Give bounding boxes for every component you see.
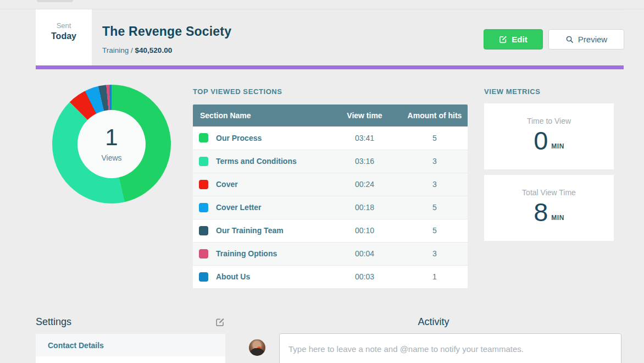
section-hits: 1 — [402, 265, 468, 288]
settings-item-contact-details[interactable]: Contact Details — [36, 334, 225, 356]
accent-divider — [36, 65, 624, 69]
document-header: Sent Today The Revenge Society Training … — [36, 9, 624, 65]
section-hits: 3 — [402, 173, 468, 196]
status-label: Sent — [36, 21, 92, 30]
section-color-swatch — [199, 203, 208, 212]
views-count: 1 — [105, 126, 118, 149]
preview-button-label: Preview — [578, 35, 607, 44]
section-view-time: 03:41 — [327, 127, 402, 150]
user-avatar — [249, 339, 265, 356]
settings-heading: Settings — [36, 316, 71, 328]
section-name[interactable]: Training Options — [216, 249, 277, 258]
section-view-time: 00:10 — [327, 219, 402, 242]
section-view-time: 00:18 — [327, 196, 402, 219]
document-subtitle: Training / $40,520.00 — [102, 46, 172, 54]
table-row[interactable]: Our Process03:415 — [193, 127, 468, 150]
magnifier-icon — [565, 35, 574, 43]
metric-label: Time to View — [484, 117, 614, 125]
section-color-swatch — [199, 249, 208, 258]
page-title: The Revenge Society — [102, 24, 231, 39]
subtitle-separator: / — [131, 46, 133, 54]
metric-value: 8 — [534, 198, 548, 227]
table-row[interactable]: Cover Letter00:185 — [193, 196, 468, 219]
section-name[interactable]: About Us — [216, 272, 250, 281]
settings-edit-icon[interactable] — [215, 317, 225, 327]
status-value: Today — [36, 31, 92, 41]
section-name[interactable]: Cover Letter — [216, 203, 261, 212]
activity-heading: Activity — [243, 316, 624, 328]
view-metrics-heading: VIEW METRICS — [484, 87, 541, 96]
metric-label: Total View Time — [484, 188, 614, 197]
column-amount-of-hits: Amount of hits — [402, 105, 468, 127]
section-hits: 5 — [402, 127, 468, 150]
edit-button-label: Edit — [512, 35, 527, 44]
note-input[interactable] — [279, 333, 621, 363]
metric-unit: MIN — [551, 142, 564, 155]
views-donut-chart: 1 Views — [52, 85, 171, 204]
document-category: Training — [102, 46, 129, 54]
section-hits: 5 — [402, 196, 468, 219]
table-row[interactable]: Terms and Conditions03:163 — [193, 150, 468, 173]
status-badge: Sent Today — [36, 9, 92, 65]
sections-table-header: Section Name View time Amount of hits — [193, 105, 468, 127]
column-section-name: Section Name — [193, 105, 327, 127]
section-color-swatch — [199, 226, 208, 235]
section-name[interactable]: Terms and Conditions — [216, 157, 297, 166]
section-hits: 3 — [402, 242, 468, 265]
edit-icon — [499, 35, 507, 43]
section-hits: 5 — [402, 219, 468, 242]
column-view-time: View time — [327, 105, 402, 127]
section-color-swatch — [199, 272, 208, 282]
section-name[interactable]: Our Training Team — [216, 226, 284, 235]
section-view-time: 00:03 — [327, 265, 402, 288]
table-row[interactable]: Cover00:243 — [193, 173, 468, 196]
section-view-time: 00:04 — [327, 242, 402, 265]
section-view-time: 03:16 — [327, 150, 402, 173]
proposal-dashboard: Sent Today The Revenge Society Training … — [0, 0, 644, 363]
table-row[interactable]: Training Options00:043 — [193, 242, 468, 265]
section-color-swatch — [199, 157, 208, 166]
time-to-view-card: Time to View 0 MIN — [484, 103, 614, 169]
table-row[interactable]: Our Training Team00:105 — [193, 219, 468, 242]
section-name[interactable]: Our Process — [216, 134, 262, 142]
settings-card: Contact Details — [36, 334, 225, 363]
metric-unit: MIN — [551, 214, 564, 227]
sections-table: Section Name View time Amount of hits Ou… — [193, 105, 468, 288]
total-view-time-card: Total View Time 8 MIN — [484, 175, 614, 241]
settings-item-label: Contact Details — [48, 341, 104, 350]
section-color-swatch — [199, 133, 208, 142]
metric-value: 0 — [534, 127, 548, 155]
section-name[interactable]: Cover — [216, 180, 238, 189]
section-hits: 3 — [402, 150, 468, 173]
top-edge-tab — [37, 0, 73, 2]
donut-center: 1 Views — [77, 110, 146, 178]
views-count-label: Views — [101, 153, 121, 162]
section-color-swatch — [199, 180, 208, 189]
table-row[interactable]: About Us00:031 — [193, 265, 468, 288]
preview-button[interactable]: Preview — [548, 29, 624, 50]
document-amount: $40,520.00 — [135, 46, 173, 54]
top-viewed-sections-heading: TOP VIEWED SECTIONS — [193, 87, 282, 96]
edit-button[interactable]: Edit — [484, 29, 543, 50]
section-view-time: 00:24 — [327, 173, 402, 196]
